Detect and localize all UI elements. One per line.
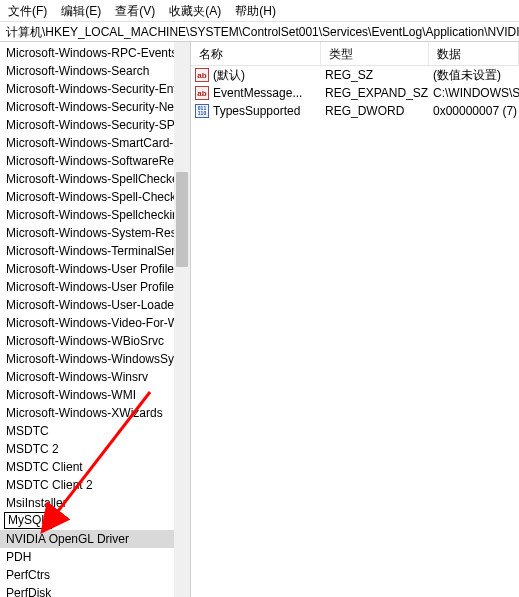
tree-item[interactable]: MSDTC Client <box>0 458 190 476</box>
tree-item[interactable]: Microsoft-Windows-Security-Netl <box>0 98 190 116</box>
tree-item[interactable]: NVIDIA OpenGL Driver <box>0 530 190 548</box>
tree-list: Microsoft-Windows-RPC-EventsMicrosoft-Wi… <box>0 42 190 597</box>
value-data: C:\WINDOWS\Syste <box>429 86 519 100</box>
value-name-cell: ab(默认) <box>191 67 321 84</box>
reg-string-icon: ab <box>195 86 209 100</box>
tree-item[interactable]: Microsoft-Windows-Winsrv <box>0 368 190 386</box>
reg-binary-icon: 011 110 <box>195 104 209 118</box>
column-header-data[interactable]: 数据 <box>429 42 519 65</box>
tree-item[interactable]: PDH <box>0 548 190 566</box>
tree-item[interactable]: MSDTC <box>0 422 190 440</box>
tree-item[interactable]: Microsoft-Windows-WindowsSyst <box>0 350 190 368</box>
tree-item[interactable]: PerfDisk <box>0 584 190 597</box>
tree-item[interactable]: Microsoft-Windows-User-Loader <box>0 296 190 314</box>
tree-scrollbar-thumb[interactable] <box>176 172 188 267</box>
tree-item[interactable]: MSDTC Client 2 <box>0 476 190 494</box>
tree-item[interactable]: MSDTC 2 <box>0 440 190 458</box>
tree-item[interactable]: PerfCtrs <box>0 566 190 584</box>
value-name: (默认) <box>213 67 245 84</box>
tree-scrollbar[interactable] <box>174 42 190 597</box>
value-data: 0x00000007 (7) <box>429 104 519 118</box>
tree-item[interactable]: MySQL <box>4 512 52 529</box>
tree-pane: Microsoft-Windows-RPC-EventsMicrosoft-Wi… <box>0 42 191 597</box>
tree-item[interactable]: Microsoft-Windows-Spellchecking <box>0 206 190 224</box>
values-pane: 名称 类型 数据 ab(默认)REG_SZ(数值未设置)abEventMessa… <box>191 42 519 597</box>
tree-item[interactable]: Microsoft-Windows-User Profiles <box>0 260 190 278</box>
value-type: REG_DWORD <box>321 104 429 118</box>
value-data: (数值未设置) <box>429 67 519 84</box>
tree-item[interactable]: Microsoft-Windows-XWizards <box>0 404 190 422</box>
tree-item[interactable]: Microsoft-Windows-User Profiles <box>0 278 190 296</box>
menu-view[interactable]: 查看(V) <box>115 3 155 18</box>
tree-item[interactable]: Microsoft-Windows-TerminalServ <box>0 242 190 260</box>
menu-edit[interactable]: 编辑(E) <box>61 3 101 18</box>
column-header-type[interactable]: 类型 <box>321 42 429 65</box>
values-header: 名称 类型 数据 <box>191 42 519 66</box>
tree-item[interactable]: Microsoft-Windows-SoftwareRest <box>0 152 190 170</box>
tree-item[interactable]: Microsoft-Windows-Search <box>0 62 190 80</box>
menu-help[interactable]: 帮助(H) <box>235 3 276 18</box>
menu-file[interactable]: 文件(F) <box>8 3 47 18</box>
tree-item[interactable]: Microsoft-Windows-Spell-Checki <box>0 188 190 206</box>
tree-item[interactable]: Microsoft-Windows-Video-For-W <box>0 314 190 332</box>
tree-item[interactable]: MsiInstaller <box>0 494 190 512</box>
tree-item[interactable]: Microsoft-Windows-SmartCard-D <box>0 134 190 152</box>
tree-item[interactable]: Microsoft-Windows-SpellChecker <box>0 170 190 188</box>
value-name: TypesSupported <box>213 104 300 118</box>
address-bar[interactable]: 计算机\HKEY_LOCAL_MACHINE\SYSTEM\ControlSet… <box>0 22 519 42</box>
value-row[interactable]: ab(默认)REG_SZ(数值未设置) <box>191 66 519 84</box>
tree-item[interactable]: Microsoft-Windows-RPC-Events <box>0 44 190 62</box>
reg-string-icon: ab <box>195 68 209 82</box>
value-row[interactable]: 011 110TypesSupportedREG_DWORD0x00000007… <box>191 102 519 120</box>
value-name-cell: 011 110TypesSupported <box>191 104 321 118</box>
tree-item[interactable]: Microsoft-Windows-WBioSrvc <box>0 332 190 350</box>
value-name-cell: abEventMessage... <box>191 86 321 100</box>
tree-item[interactable]: Microsoft-Windows-WMI <box>0 386 190 404</box>
tree-item[interactable]: Microsoft-Windows-System-Resto <box>0 224 190 242</box>
menu-favorites[interactable]: 收藏夹(A) <box>169 3 221 18</box>
value-type: REG_SZ <box>321 68 429 82</box>
content-area: Microsoft-Windows-RPC-EventsMicrosoft-Wi… <box>0 42 519 597</box>
value-type: REG_EXPAND_SZ <box>321 86 429 100</box>
value-row[interactable]: abEventMessage...REG_EXPAND_SZC:\WINDOWS… <box>191 84 519 102</box>
tree-item[interactable]: Microsoft-Windows-Security-Ente <box>0 80 190 98</box>
values-list: ab(默认)REG_SZ(数值未设置)abEventMessage...REG_… <box>191 66 519 120</box>
value-name: EventMessage... <box>213 86 302 100</box>
column-header-name[interactable]: 名称 <box>191 42 321 65</box>
menu-bar: 文件(F) 编辑(E) 查看(V) 收藏夹(A) 帮助(H) <box>0 0 519 22</box>
tree-item[interactable]: Microsoft-Windows-Security-SPP <box>0 116 190 134</box>
